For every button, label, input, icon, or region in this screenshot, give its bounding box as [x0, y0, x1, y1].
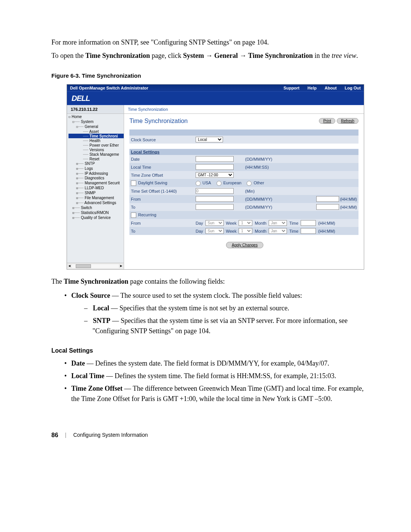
help-link[interactable]: Help	[307, 86, 317, 90]
usa-radio[interactable]	[196, 181, 201, 186]
tree-time-sync[interactable]: Time Synchroni	[89, 134, 118, 138]
text: — Defines the system date. The field for…	[85, 359, 329, 367]
tree-snmp[interactable]: SNMP	[84, 191, 96, 195]
from-date-input[interactable]	[196, 196, 234, 202]
tree-adv[interactable]: Advanced Settings	[84, 201, 116, 205]
arrow: →	[238, 52, 248, 59]
tree-health[interactable]: Health	[89, 139, 100, 143]
hhmm-hint: (HH:MM)	[318, 221, 335, 225]
from-day-select[interactable]: Sun	[206, 220, 224, 226]
scroll-right-icon[interactable]: ►	[119, 264, 123, 268]
to-date-hint: (DD/MMM/YY)	[245, 205, 276, 209]
localtime-input[interactable]	[196, 164, 234, 170]
app-title: Dell OpenManage Switch Administrator	[70, 86, 277, 90]
tree-qos[interactable]: Quality of Service	[81, 216, 110, 220]
tree-stats[interactable]: Statistics/RMON	[81, 211, 108, 215]
rec-to-label: To	[131, 229, 196, 233]
print-button[interactable]: Print	[319, 118, 335, 124]
timeset-label: Time Set Offset (1-1440)	[131, 189, 196, 193]
timeset-hint: (Min)	[245, 189, 276, 193]
european-label: European	[223, 181, 242, 185]
scroll-left-icon[interactable]: ◄	[68, 264, 71, 268]
from-rec-time-input[interactable]	[301, 220, 316, 226]
about-link[interactable]: About	[325, 86, 337, 90]
from-month-select[interactable]: Jan	[269, 220, 287, 226]
text-bold: Local	[93, 304, 109, 312]
tree-msec[interactable]: Management Securit	[84, 181, 119, 185]
text: To open the	[51, 52, 85, 59]
text: — Specifies that the system time is not …	[109, 304, 289, 312]
page-number: 86	[51, 431, 58, 440]
figure-caption: Figure 6-3. Time Synchronization	[51, 72, 369, 80]
european-radio[interactable]	[217, 181, 221, 186]
week-label: Week	[226, 221, 237, 225]
tree-versions[interactable]: Versions	[89, 148, 104, 152]
to-week-select[interactable]: 1	[239, 228, 252, 234]
tree-system[interactable]: System	[81, 120, 93, 124]
clock-source-label: Clock Source	[131, 137, 196, 142]
from-week-select[interactable]: 1	[239, 220, 252, 226]
refresh-button[interactable]: Refresh	[337, 118, 358, 124]
month-label-2: Month	[255, 229, 266, 233]
field-sntp: SNTP — Specifies that the system time is…	[84, 316, 369, 336]
support-link[interactable]: Support	[284, 86, 299, 90]
hhmm-hint-2: (HH:MM)	[318, 229, 335, 233]
tree-scrollbar[interactable]: ◄ ►	[67, 263, 124, 269]
tree-ip[interactable]: IP Addressing	[84, 171, 108, 176]
timezone-select[interactable]: GMT -12:00	[196, 172, 234, 178]
tree-reset[interactable]: Reset	[89, 157, 99, 161]
logout-link[interactable]: Log Out	[345, 86, 361, 90]
date-input[interactable]	[196, 156, 234, 162]
text: — Specifies that the system time is set …	[92, 317, 347, 335]
tree-stack[interactable]: Stack Manageme	[89, 152, 119, 157]
text-bold: Clock Source	[71, 292, 110, 299]
text: page contains the following fields:	[128, 278, 225, 285]
to-date-input[interactable]	[196, 204, 234, 210]
from-time-hint: (HH:MM)	[340, 197, 357, 201]
to-label: To	[131, 205, 196, 209]
text: .	[356, 52, 358, 59]
tree-general[interactable]: General	[84, 125, 98, 129]
tree-poe[interactable]: Power over Ether	[89, 143, 119, 147]
page-title: Time Synchronization	[129, 118, 317, 125]
intro-paragraph-1: For more information on SNTP, see "Confi…	[51, 37, 369, 48]
tree-diag[interactable]: Diagnostics	[84, 176, 104, 180]
ip-bar: 176.210.11.22 Time Synchronization	[67, 105, 364, 114]
screenshot: Dell OpenManage Switch Administrator Sup…	[67, 84, 364, 270]
to-time-input[interactable]	[316, 204, 339, 210]
clock-source-select[interactable]: Local	[196, 137, 223, 142]
nav-tree[interactable]: ⊟ Home ⊟── System ⊟── General ── Asset ─…	[67, 114, 124, 269]
text-bold: System	[183, 52, 206, 59]
to-month-select[interactable]: Jan	[269, 228, 287, 234]
tree-lldp[interactable]: LLDP-MED	[84, 186, 104, 190]
from-date-hint: (DD/MMM/YY)	[245, 197, 276, 201]
localtime-label: Local Time	[131, 165, 196, 169]
arrow: →	[206, 52, 215, 59]
tree-logs[interactable]: Logs	[84, 166, 93, 171]
tree-asset[interactable]: Asset	[89, 129, 99, 134]
to-rec-time-input[interactable]	[301, 228, 316, 234]
text-bold: Time Synchronization	[64, 278, 128, 285]
timeset-input[interactable]	[196, 188, 234, 194]
device-ip: 176.210.11.22	[67, 105, 124, 113]
apply-changes-button[interactable]: Apply Changes	[226, 242, 263, 248]
section-blank-head	[129, 129, 358, 136]
tree-sntp[interactable]: SNTP	[84, 161, 95, 166]
tree-home[interactable]: Home	[72, 115, 82, 119]
field-localtime: Local Time — Defines the system time. Th…	[64, 371, 369, 381]
to-day-select[interactable]: Sun	[206, 228, 224, 234]
intro-paragraph-2: To open the Time Synchronization page, c…	[51, 51, 369, 61]
daylight-saving-label: Daylight Saving	[138, 181, 167, 185]
daylight-saving-checkbox[interactable]	[131, 181, 136, 186]
week-label-2: Week	[226, 229, 237, 233]
tree-file[interactable]: File Management	[84, 196, 114, 200]
rec-from-label: From	[131, 221, 196, 225]
text-bold: Time Synchronization	[248, 52, 313, 59]
footer-separator: |	[65, 431, 67, 439]
titlebar-menu: Support Help About Log Out	[277, 86, 361, 90]
text-bold: SNTP	[93, 317, 110, 324]
from-time-input[interactable]	[316, 196, 339, 202]
tree-switch[interactable]: Switch	[81, 206, 92, 210]
other-radio[interactable]	[247, 181, 252, 186]
recurring-checkbox[interactable]	[131, 212, 136, 218]
